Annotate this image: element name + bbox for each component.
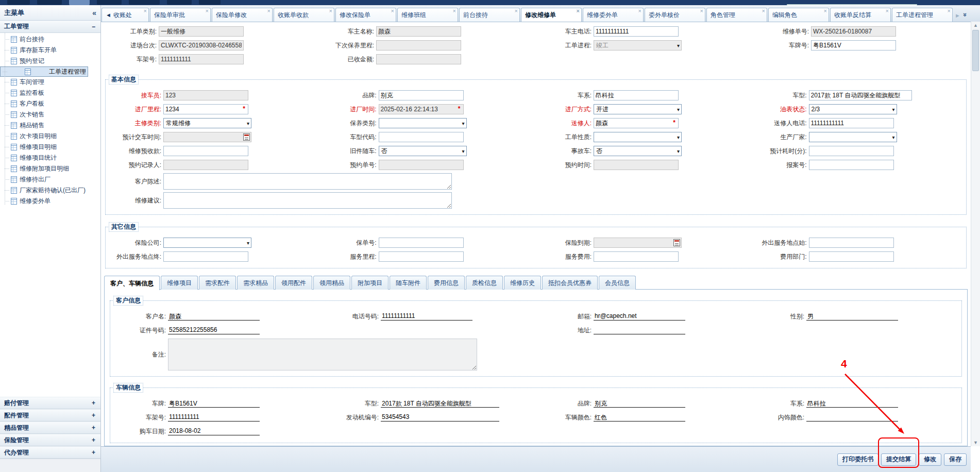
close-tab-icon[interactable]: × <box>577 8 580 14</box>
detail-tab[interactable]: 领用精品 <box>313 276 350 290</box>
close-tab-icon[interactable]: × <box>391 8 394 14</box>
tab-item[interactable]: 维修班组× <box>397 8 458 22</box>
submit-settlement-button[interactable]: 提交结算 <box>881 453 916 466</box>
select[interactable]: ▾ <box>809 132 897 142</box>
tab-list-icon[interactable]: » <box>961 13 969 16</box>
text-input[interactable] <box>379 251 464 262</box>
select[interactable]: 否▾ <box>594 146 682 156</box>
scroll-up-icon[interactable]: ▲ <box>973 23 978 28</box>
menu-item-placeholder[interactable] <box>129 0 160 5</box>
detail-tab[interactable]: 质检信息 <box>466 276 503 290</box>
detail-tab[interactable]: 费用信息 <box>428 276 465 290</box>
expand-icon[interactable]: + <box>92 424 95 431</box>
menu-item-active-placeholder[interactable] <box>69 0 90 5</box>
calendar-icon[interactable] <box>243 133 250 141</box>
menu-item-placeholder[interactable] <box>167 0 192 5</box>
sidebar-item[interactable]: 库存新车开单 <box>0 45 100 56</box>
sidebar-item[interactable]: 维修项目明细 <box>0 142 100 153</box>
sidebar-group[interactable]: 精品管理+ <box>0 422 100 434</box>
calendar-icon[interactable] <box>673 239 680 246</box>
sidebar-group[interactable]: 赔付管理+ <box>0 397 100 409</box>
select[interactable]: ▾ <box>379 118 467 128</box>
sidebar-item[interactable]: 次卡销售 <box>0 109 100 120</box>
detail-tab[interactable]: 会员信息 <box>599 276 636 290</box>
detail-tab[interactable]: 附加项目 <box>351 276 388 290</box>
detail-tab[interactable]: 随车附件 <box>390 276 427 290</box>
scrollbar-thumb[interactable] <box>972 30 979 71</box>
text-input[interactable] <box>809 90 912 100</box>
select[interactable]: ▾ <box>163 238 251 248</box>
text-input[interactable] <box>379 90 464 100</box>
menu-item-placeholder[interactable] <box>97 0 122 5</box>
sidebar-item[interactable]: 监控看板 <box>0 88 100 98</box>
close-tab-icon[interactable]: × <box>515 8 518 14</box>
sidebar-item[interactable]: 前台接待 <box>0 34 100 45</box>
text-input[interactable] <box>809 238 894 248</box>
close-tab-icon[interactable]: × <box>329 8 332 14</box>
tab-item[interactable]: 收账单收款× <box>274 8 334 22</box>
close-tab-icon[interactable]: × <box>824 8 827 14</box>
close-tab-icon[interactable]: × <box>206 8 209 14</box>
tab-item[interactable]: 编辑角色× <box>768 8 829 22</box>
text-input[interactable] <box>163 104 248 114</box>
text-input[interactable] <box>809 160 894 170</box>
vertical-scrollbar[interactable]: ▲ ▼ <box>971 22 980 446</box>
select[interactable]: 竣工▾ <box>594 40 682 50</box>
sidebar-item[interactable]: 维修委外单 <box>0 196 100 207</box>
select[interactable]: ▾ <box>594 132 682 142</box>
text-input[interactable] <box>809 251 894 262</box>
footer-button[interactable]: 打印委托书 <box>837 453 878 466</box>
sidebar-item[interactable]: 维修项目统计 <box>0 153 100 163</box>
detail-tab[interactable]: 维修历史 <box>504 276 541 290</box>
detail-tab[interactable]: 抵扣会员优惠券 <box>542 276 598 290</box>
sidebar-item[interactable]: 维修附加项目明细 <box>0 163 100 174</box>
tab-item[interactable]: 委外单核价× <box>645 8 705 22</box>
tab-item[interactable]: 角色管理× <box>706 8 767 22</box>
textarea-input[interactable] <box>163 192 452 209</box>
menu-item-placeholder[interactable] <box>37 0 62 5</box>
text-input[interactable] <box>379 238 464 248</box>
tab-item[interactable]: 前台接待× <box>459 8 520 22</box>
sidebar-item[interactable]: 次卡项目明细 <box>0 131 100 142</box>
text-input[interactable] <box>163 146 248 156</box>
footer-button[interactable]: 修改 <box>919 453 941 466</box>
expand-icon[interactable]: + <box>92 449 95 456</box>
sidebar-group-workorder[interactable]: 工单管理 − <box>0 21 100 33</box>
sidebar-item[interactable]: 工单进程管理 <box>0 66 88 77</box>
tab-item[interactable]: 修改保险单× <box>335 8 396 22</box>
close-tab-icon[interactable]: × <box>762 8 765 14</box>
select[interactable]: 否▾ <box>379 146 467 156</box>
sidebar-item[interactable]: 车间管理 <box>0 77 100 88</box>
scroll-down-icon[interactable]: ▼ <box>973 440 978 445</box>
collapse-sidebar-icon[interactable]: « <box>92 9 96 17</box>
text-input[interactable] <box>809 146 894 156</box>
sidebar-group[interactable]: 配件管理+ <box>0 409 100 422</box>
tab-item[interactable]: 收账单反结算× <box>830 8 891 22</box>
menu-item-placeholder[interactable] <box>7 0 30 5</box>
footer-button[interactable]: 保存 <box>944 453 967 466</box>
sidebar-item[interactable]: 厂家索赔待确认(已出厂) <box>0 185 100 196</box>
sidebar-group[interactable]: 代办管理+ <box>0 446 100 459</box>
detail-tab[interactable]: 需求配件 <box>199 276 236 290</box>
text-input[interactable] <box>811 40 896 50</box>
expand-icon[interactable]: + <box>92 436 95 444</box>
collapse-group-icon[interactable]: − <box>92 23 95 30</box>
close-tab-icon[interactable]: × <box>700 8 703 14</box>
expand-icon[interactable]: + <box>92 412 95 419</box>
scroll-tabs-left-icon[interactable]: ◄ <box>106 12 111 18</box>
close-tab-icon[interactable]: × <box>948 8 951 14</box>
sidebar-item[interactable]: 客户看板 <box>0 98 100 109</box>
textarea-input[interactable] <box>168 339 477 370</box>
close-tab-icon[interactable]: × <box>886 8 889 14</box>
text-input[interactable] <box>594 26 679 37</box>
menu-item-placeholder[interactable] <box>199 0 221 5</box>
text-input[interactable] <box>594 118 679 128</box>
expand-icon[interactable]: + <box>92 399 95 407</box>
sidebar-item[interactable]: 预约登记 <box>0 56 100 66</box>
close-tab-icon[interactable]: × <box>453 8 456 14</box>
tab-item[interactable]: 维修委外单× <box>583 8 644 22</box>
detail-tab[interactable]: 维修项目 <box>161 276 198 290</box>
detail-tab[interactable]: 需求精品 <box>237 276 274 290</box>
detail-tab[interactable]: 客户、车辆信息 <box>104 276 160 290</box>
close-tab-icon[interactable]: × <box>144 8 147 14</box>
